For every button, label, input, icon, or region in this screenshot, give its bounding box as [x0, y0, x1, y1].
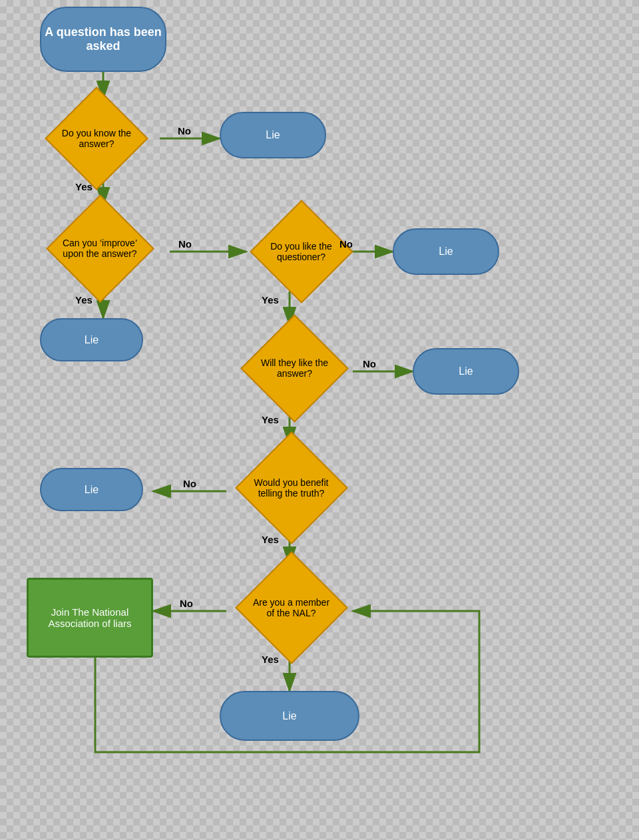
diamond-3 — [250, 200, 353, 304]
label-d4-yes: Yes — [262, 414, 279, 425]
diamond-1-wrap: Do you know theanswer? — [33, 99, 160, 178]
label-d4-no: No — [363, 358, 376, 369]
flowchart: A question has been asked Do you know th… — [0, 0, 639, 840]
label-d6-no: No — [180, 598, 193, 609]
diamond-4-wrap: Will they like theanswer? — [236, 325, 353, 411]
lie-6: Lie — [220, 691, 359, 741]
start-label: A question has been asked — [41, 25, 165, 53]
join-nal-label: Join The NationalAssociation of liars — [48, 606, 131, 629]
label-d2-no: No — [178, 238, 192, 250]
diamond-6-wrap: Are you a memberof the NAL? — [226, 564, 356, 651]
lie-4: Lie — [413, 348, 519, 395]
lie-5: Lie — [40, 468, 143, 511]
diamond-5-wrap: Would you benefittelling the truth? — [226, 445, 356, 531]
lie-1-label: Lie — [266, 129, 280, 141]
diamond-4 — [240, 314, 349, 423]
lie-5-label: Lie — [85, 484, 99, 496]
diamond-2-wrap: Can you ‘improve’upon the answer? — [33, 205, 166, 292]
start-node: A question has been asked — [40, 7, 166, 72]
label-d5-no: No — [183, 478, 196, 489]
lie-3-label: Lie — [85, 334, 99, 346]
diamond-6 — [235, 551, 348, 664]
diamond-3-wrap: Do you like thequestioner? — [243, 212, 359, 292]
diamond-1 — [45, 87, 148, 190]
diamond-5 — [235, 431, 348, 544]
join-nal: Join The NationalAssociation of liars — [27, 578, 153, 658]
label-d1-no: No — [178, 125, 191, 136]
lie-2: Lie — [393, 228, 499, 275]
lie-2-label: Lie — [439, 246, 453, 258]
label-d1-yes: Yes — [75, 181, 93, 192]
label-d3-yes: Yes — [262, 294, 279, 306]
lie-4-label: Lie — [459, 365, 473, 377]
label-d6-yes: Yes — [262, 654, 279, 665]
diamond-2 — [46, 194, 154, 303]
label-d5-yes: Yes — [262, 534, 279, 545]
lie-1: Lie — [220, 112, 326, 158]
lie-3: Lie — [40, 318, 143, 361]
label-d2-yes: Yes — [75, 294, 93, 306]
lie-6-label: Lie — [282, 710, 296, 722]
label-d3-no: No — [339, 238, 353, 250]
